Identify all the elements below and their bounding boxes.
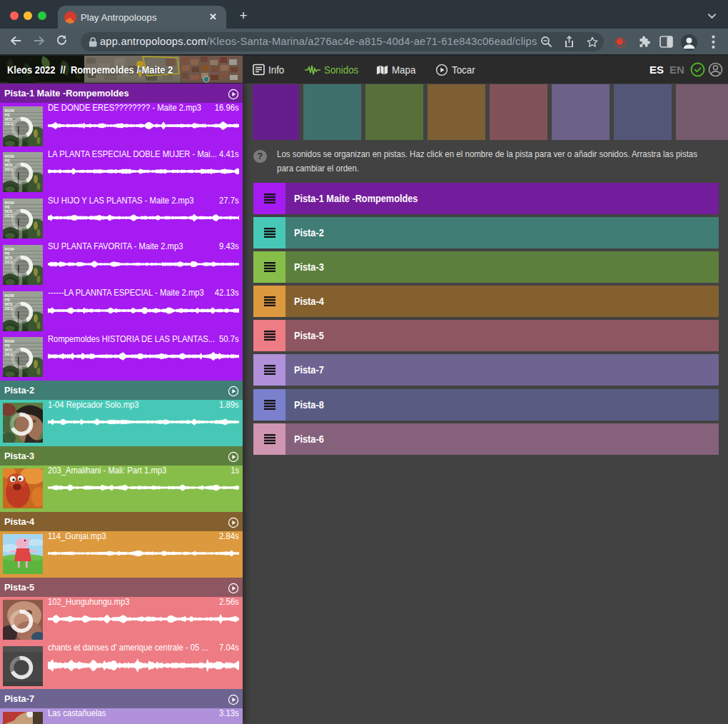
svg-text:DES: DES — [5, 213, 14, 218]
svg-text:DES: DES — [5, 167, 14, 171]
svg-text:DES: DES — [5, 306, 14, 310]
svg-text:DES: DES — [5, 352, 14, 356]
svg-text:DES: DES — [5, 259, 14, 263]
svg-text:DES: DES — [5, 121, 14, 125]
